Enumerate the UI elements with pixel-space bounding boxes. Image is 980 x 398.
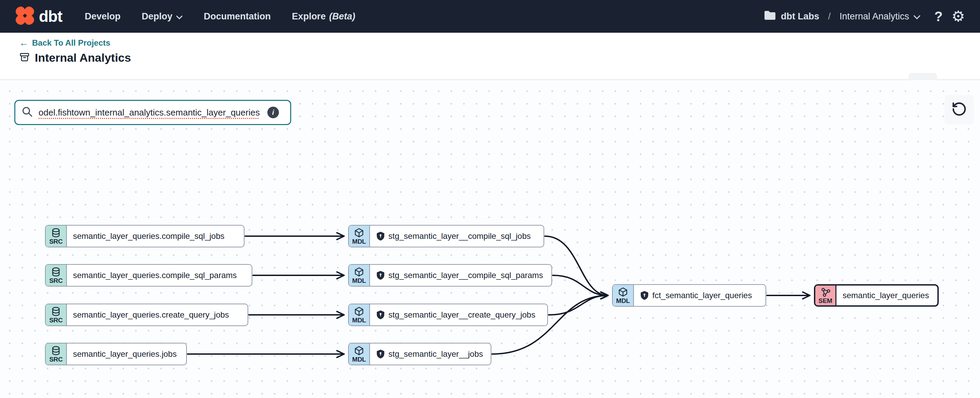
node-type-badge: SRC [46, 344, 67, 365]
database-icon [51, 267, 61, 277]
nav-item-label: Develop [85, 11, 121, 22]
node-type-badge: MDL [613, 285, 634, 306]
nav-item-beta-tag: (Beta) [329, 11, 355, 22]
node-body: stg_semantic_layer__create_query_jobs [370, 304, 547, 325]
cube-icon [354, 346, 364, 356]
node-type-badge: SEM [815, 285, 837, 305]
shield-icon [376, 349, 385, 359]
node-type-label: MDL [352, 317, 366, 323]
node-type-badge: MDL [349, 304, 370, 325]
folder-icon [764, 10, 776, 23]
search-icon [21, 106, 33, 119]
node-type-badge: MDL [349, 344, 370, 365]
edge-stg_compile_sql_jobs-to-fct_semantic_layer_queries [545, 236, 608, 295]
node-type-badge: MDL [349, 225, 370, 247]
nav-item-label: Explore [292, 11, 326, 22]
node-type-label: MDL [352, 277, 366, 284]
semantic-graph-icon [821, 287, 830, 297]
node-type-badge: SRC [46, 265, 67, 286]
node-type-label: SRC [49, 356, 62, 363]
node-body: stg_semantic_layer__compile_sql_params [370, 265, 551, 286]
shield-icon [376, 310, 385, 320]
node-type-badge: SRC [46, 304, 67, 325]
search-value: odel.fishtown_internal_analytics.semanti… [38, 107, 260, 118]
page-title: Internal Analytics [35, 51, 131, 64]
nav-item-develop[interactable]: Develop [85, 11, 121, 22]
node-label: stg_semantic_layer__compile_sql_params [388, 271, 543, 280]
database-icon [51, 346, 61, 356]
nav-item-deploy[interactable]: Deploy [142, 11, 183, 22]
lineage-canvas[interactable]: SRCsemantic_layer_queries.compile_sql_jo… [0, 80, 980, 398]
node-label: semantic_layer_queries.compile_sql_param… [73, 271, 237, 280]
nav-item-documentation[interactable]: Documentation [204, 11, 271, 22]
node-body: stg_semantic_layer__compile_sql_jobs [370, 225, 544, 247]
shield-icon [376, 271, 385, 280]
graph-node-semantic_layer_queries[interactable]: SEMsemantic_layer_queries [814, 284, 939, 307]
graph-node-src_create_query_jobs[interactable]: SRCsemantic_layer_queries.create_query_j… [45, 304, 248, 326]
node-type-label: SRC [49, 238, 62, 245]
help-icon[interactable]: ? [934, 9, 942, 24]
node-type-label: MDL [352, 356, 366, 363]
node-body: semantic_layer_queries [837, 285, 937, 305]
node-type-label: SEM [818, 298, 832, 304]
node-label: semantic_layer_queries.create_query_jobs [73, 310, 229, 320]
back-to-projects-link[interactable]: ← Back To All Projects [19, 38, 110, 48]
search-input[interactable]: odel.fishtown_internal_analytics.semanti… [14, 100, 291, 125]
graph-node-src_compile_sql_params[interactable]: SRCsemantic_layer_queries.compile_sql_pa… [45, 264, 252, 287]
graph-node-stg_create_query_jobs[interactable]: MDLstg_semantic_layer__create_query_jobs [348, 304, 548, 326]
graph-node-stg_jobs[interactable]: MDLstg_semantic_layer__jobs [348, 343, 492, 365]
project-name: Internal Analytics [840, 11, 909, 22]
node-label: stg_semantic_layer__compile_sql_jobs [388, 232, 531, 241]
node-label: stg_semantic_layer__create_query_jobs [388, 310, 535, 320]
node-body: stg_semantic_layer__jobs [370, 344, 491, 365]
account-name: dbt Labs [781, 11, 819, 22]
cube-icon [354, 228, 364, 238]
breadcrumb-separator: / [828, 11, 830, 22]
graph-node-fct_semantic_layer_queries[interactable]: MDLfct_semantic_layer_queries [612, 284, 766, 307]
nav-items: Develop Deploy Documentation Explore (Be… [85, 11, 355, 22]
node-body: semantic_layer_queries.jobs [67, 344, 186, 365]
cube-icon [354, 306, 364, 317]
shield-icon [376, 232, 385, 241]
nav-item-label: Documentation [204, 11, 271, 22]
page-header: ← Back To All Projects Internal Analytic… [0, 33, 980, 80]
node-type-label: SRC [49, 317, 62, 323]
graph-node-src_compile_sql_jobs[interactable]: SRCsemantic_layer_queries.compile_sql_jo… [45, 225, 245, 247]
node-body: fct_semantic_layer_queries [634, 285, 765, 306]
cube-icon [618, 287, 628, 297]
edge-stg_compile_sql_params-to-fct_semantic_layer_queries [553, 275, 608, 295]
title-row: Internal Analytics [19, 51, 980, 64]
dbt-logo-icon [15, 6, 35, 27]
project-box-icon [19, 52, 30, 64]
undo-icon [951, 101, 967, 118]
dbt-logo[interactable]: dbt [15, 6, 62, 27]
nav-item-explore[interactable]: Explore (Beta) [292, 11, 355, 22]
node-body: semantic_layer_queries.compile_sql_jobs [67, 225, 244, 247]
account-switcher[interactable]: dbt Labs [764, 10, 819, 23]
graph-node-src_jobs[interactable]: SRCsemantic_layer_queries.jobs [45, 343, 187, 365]
chevron-down-icon [913, 11, 921, 22]
node-type-label: MDL [352, 238, 366, 245]
node-body: semantic_layer_queries.create_query_jobs [67, 304, 248, 325]
node-label: semantic_layer_queries.compile_sql_jobs [73, 232, 224, 241]
database-icon [51, 306, 61, 317]
database-icon [51, 228, 61, 238]
node-type-label: SRC [49, 277, 62, 284]
node-label: fct_semantic_layer_queries [652, 291, 752, 300]
info-icon[interactable]: i [267, 107, 279, 118]
nav-right: dbt Labs / Internal Analytics ? ⚙ [764, 9, 965, 24]
gear-icon[interactable]: ⚙ [952, 9, 965, 24]
nav-item-label: Deploy [142, 11, 173, 22]
node-body: semantic_layer_queries.compile_sql_param… [67, 265, 251, 286]
back-arrow-icon: ← [19, 38, 29, 48]
reset-view-button[interactable] [945, 95, 974, 124]
top-navbar: dbt Develop Deploy Documentation Explore… [0, 0, 980, 33]
dbt-logo-text: dbt [39, 7, 62, 25]
node-type-label: MDL [616, 298, 630, 304]
project-switcher[interactable]: Internal Analytics [840, 11, 921, 22]
node-type-badge: MDL [349, 265, 370, 286]
graph-node-stg_compile_sql_jobs[interactable]: MDLstg_semantic_layer__compile_sql_jobs [348, 225, 544, 247]
graph-node-stg_compile_sql_params[interactable]: MDLstg_semantic_layer__compile_sql_param… [348, 264, 552, 287]
node-label: semantic_layer_queries.jobs [73, 349, 177, 359]
cube-icon [354, 267, 364, 277]
